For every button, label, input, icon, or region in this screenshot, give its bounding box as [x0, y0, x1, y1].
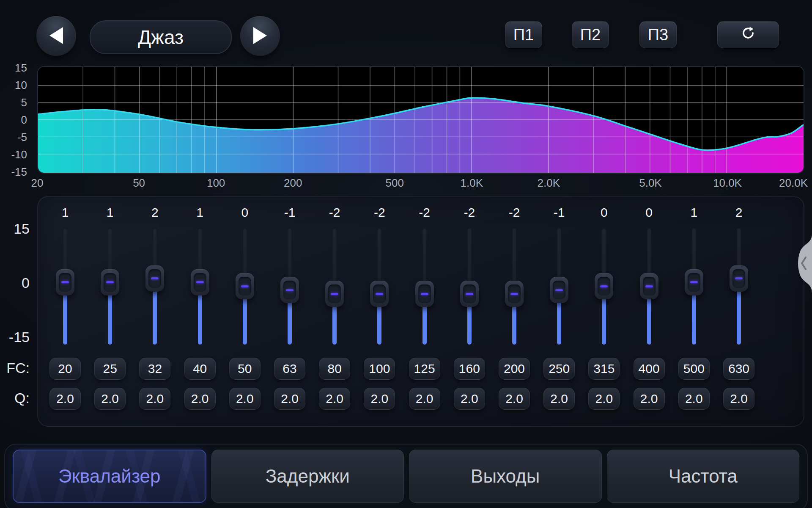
bands-container: 1202.01252.02322.01402.00502.0-1632.0-28… — [38, 197, 804, 426]
thumb-dash-icon — [286, 289, 294, 291]
dsp-equalizer-screen: Джаз П1 П2 П3 151050-5-10-15 20501002005… — [0, 0, 812, 508]
band-5-fc-chip[interactable]: 50 — [229, 358, 261, 380]
band-16-slider-thumb[interactable] — [730, 265, 748, 292]
tab-label: Выходы — [471, 466, 540, 487]
band-7-q-chip[interactable]: 2.0 — [319, 388, 350, 410]
x-tick-label: 2.0K — [538, 176, 560, 190]
thumb-inner — [688, 273, 700, 292]
band-11-fc-chip[interactable]: 200 — [499, 358, 530, 380]
band-7-slider-thumb[interactable] — [325, 281, 344, 307]
preset-prev-button[interactable] — [36, 16, 76, 56]
preset-slot-3-button[interactable]: П3 — [639, 21, 677, 48]
band-2-fc-chip[interactable]: 25 — [94, 358, 126, 380]
band-1-q-chip[interactable]: 2.0 — [49, 388, 81, 410]
band-15-slider-thumb[interactable] — [685, 269, 703, 295]
x-tick-label: 100 — [207, 176, 225, 190]
band-gain-value: 1 — [178, 205, 222, 220]
band-10-fc-chip[interactable]: 160 — [454, 358, 485, 380]
band-gain-value: 2 — [716, 205, 761, 220]
band-gain-value: 1 — [672, 205, 716, 220]
x-tick-label: 5.0K — [639, 176, 662, 190]
band-6-slider-thumb[interactable] — [280, 277, 299, 303]
band-11-column: -22002.0 — [492, 197, 537, 428]
band-2-q-chip[interactable]: 2.0 — [94, 388, 126, 410]
band-2-slider-thumb[interactable] — [101, 269, 119, 295]
band-7-fc-chip[interactable]: 80 — [319, 358, 350, 380]
y-tick-label: 0 — [0, 113, 27, 126]
band-10-q-chip[interactable]: 2.0 — [454, 388, 485, 410]
tab-equalizer[interactable]: Эквалайзер — [13, 450, 206, 503]
band-9-fc-chip[interactable]: 125 — [409, 358, 440, 380]
preset-slot-1-button[interactable]: П1 — [505, 21, 542, 48]
band-gain-value: -2 — [312, 205, 357, 220]
preset-name-display[interactable]: Джаз — [90, 20, 232, 54]
band-7-column: -2802.0 — [312, 197, 357, 428]
thumb-inner — [328, 284, 341, 303]
thumb-dash-icon — [331, 293, 338, 295]
band-15-fc-chip[interactable]: 500 — [678, 358, 710, 380]
band-4-slider-thumb[interactable] — [191, 269, 209, 295]
band-15-q-chip[interactable]: 2.0 — [678, 388, 710, 410]
band-14-fc-chip[interactable]: 400 — [634, 358, 665, 380]
band-6-q-chip[interactable]: 2.0 — [274, 388, 305, 410]
band-8-slider-thumb[interactable] — [370, 281, 389, 307]
tab-outputs[interactable]: Выходы — [409, 450, 602, 503]
reset-button[interactable] — [717, 21, 779, 48]
fc-row-label: FC: — [0, 360, 30, 375]
band-4-fc-chip[interactable]: 40 — [184, 358, 216, 380]
preset-slot-2-button[interactable]: П2 — [572, 21, 609, 48]
band-11-q-chip[interactable]: 2.0 — [499, 388, 530, 410]
thumb-inner — [148, 269, 161, 288]
band-3-column: 2322.0 — [132, 197, 177, 428]
thumb-inner — [59, 273, 71, 292]
y-tick-label: -5 — [0, 131, 27, 144]
eq-scale-bottom-label: -15 — [0, 329, 30, 345]
x-tick-label: 1.0K — [461, 176, 483, 190]
band-13-q-chip[interactable]: 2.0 — [588, 388, 620, 410]
equalizer-panel: 1202.01252.02322.01402.00502.0-1632.0-28… — [37, 196, 804, 427]
x-tick-label: 500 — [386, 176, 404, 190]
band-4-column: 1402.0 — [178, 197, 222, 428]
band-12-fc-chip[interactable]: 250 — [543, 358, 575, 380]
band-11-slider-thumb[interactable] — [505, 281, 524, 307]
thumb-inner — [643, 277, 656, 295]
band-5-column: 0502.0 — [222, 197, 267, 428]
band-8-fc-chip[interactable]: 100 — [364, 358, 395, 380]
band-5-slider-thumb[interactable] — [236, 273, 254, 299]
band-6-fc-chip[interactable]: 63 — [274, 358, 305, 380]
band-gain-value: 2 — [132, 205, 177, 220]
thumb-dash-icon — [106, 281, 114, 283]
thumb-dash-icon — [196, 281, 204, 283]
band-13-fc-chip[interactable]: 315 — [588, 358, 620, 380]
thumb-inner — [104, 273, 116, 292]
band-14-slider-thumb[interactable] — [640, 273, 658, 299]
band-gain-value: 0 — [222, 205, 267, 220]
preset-next-button[interactable] — [240, 16, 280, 56]
band-3-slider-thumb[interactable] — [145, 265, 164, 292]
band-1-slider-thumb[interactable] — [56, 269, 74, 295]
band-13-slider-thumb[interactable] — [595, 273, 613, 299]
band-3-q-chip[interactable]: 2.0 — [139, 388, 170, 410]
band-8-q-chip[interactable]: 2.0 — [364, 388, 395, 410]
band-9-q-chip[interactable]: 2.0 — [409, 388, 440, 410]
band-10-slider-thumb[interactable] — [460, 281, 479, 307]
band-gain-value: 0 — [627, 205, 672, 220]
band-16-fc-chip[interactable]: 630 — [723, 358, 754, 380]
tab-frequency[interactable]: Частота — [607, 450, 800, 503]
band-1-fc-chip[interactable]: 20 — [49, 358, 81, 380]
band-12-slider-thumb[interactable] — [550, 277, 568, 303]
band-5-q-chip[interactable]: 2.0 — [229, 388, 261, 410]
tab-delays[interactable]: Задержки — [211, 450, 404, 503]
band-12-q-chip[interactable]: 2.0 — [543, 388, 575, 410]
band-16-q-chip[interactable]: 2.0 — [723, 388, 754, 410]
band-9-slider-thumb[interactable] — [415, 281, 434, 307]
band-6-column: -1632.0 — [267, 197, 312, 428]
side-menu-pull-tab[interactable] — [793, 234, 812, 293]
band-10-column: -21602.0 — [447, 197, 492, 428]
band-9-column: -21252.0 — [402, 197, 447, 428]
band-12-column: -12502.0 — [537, 197, 582, 428]
band-4-q-chip[interactable]: 2.0 — [184, 388, 216, 410]
band-3-fc-chip[interactable]: 32 — [139, 358, 170, 380]
eq-response-plot — [37, 66, 804, 174]
band-14-q-chip[interactable]: 2.0 — [634, 388, 665, 410]
